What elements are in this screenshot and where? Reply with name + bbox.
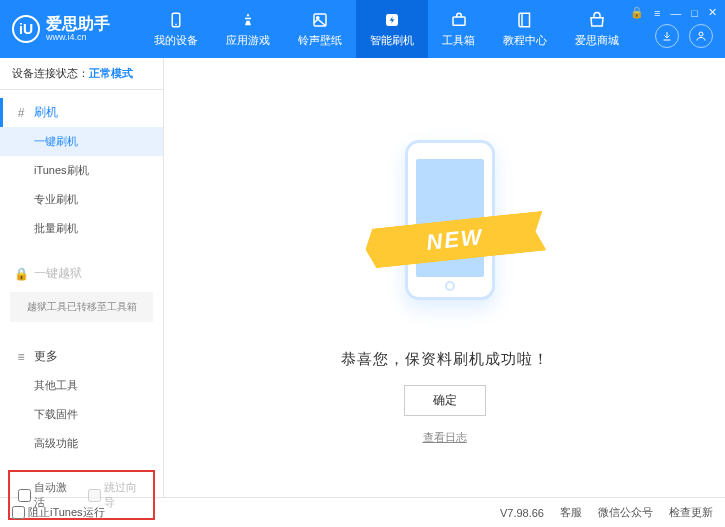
window-controls: 🔒 ≡ — □ ✕ — [630, 6, 717, 19]
main-nav: 我的设备 应用游戏 铃声壁纸 智能刷机 工具箱 教程中心 爱思商城 — [140, 0, 633, 58]
ok-button[interactable]: 确定 — [404, 385, 486, 416]
logo-icon: iU — [12, 15, 40, 43]
svg-point-7 — [699, 32, 703, 36]
device-status: 设备连接状态：正常模式 — [0, 58, 163, 90]
lock-icon: 🔒 — [14, 267, 28, 281]
user-icon[interactable] — [689, 24, 713, 48]
status-value: 正常模式 — [89, 67, 133, 79]
sidebar-flash-header[interactable]: # 刷机 — [0, 98, 163, 127]
sidebar-item-itunes[interactable]: iTunes刷机 — [0, 156, 163, 185]
app-header: iU 爱思助手 www.i4.cn 我的设备 应用游戏 铃声壁纸 智能刷机 工具… — [0, 0, 725, 58]
nav-ringtones[interactable]: 铃声壁纸 — [284, 0, 356, 58]
book-icon — [515, 10, 535, 30]
nav-tutorials[interactable]: 教程中心 — [489, 0, 561, 58]
nav-label: 智能刷机 — [370, 33, 414, 48]
nav-toolbox[interactable]: 工具箱 — [428, 0, 489, 58]
sidebar-item-other[interactable]: 其他工具 — [0, 371, 163, 400]
apps-icon — [238, 10, 258, 30]
svg-rect-5 — [453, 17, 465, 25]
nav-label: 我的设备 — [154, 33, 198, 48]
nav-flash[interactable]: 智能刷机 — [356, 0, 428, 58]
block-itunes-checkbox[interactable]: 阻止iTunes运行 — [12, 505, 105, 520]
view-log-link[interactable]: 查看日志 — [423, 430, 467, 445]
sidebar: 设备连接状态：正常模式 # 刷机 一键刷机 iTunes刷机 专业刷机 批量刷机… — [0, 58, 164, 497]
toolbox-icon — [449, 10, 469, 30]
jailbreak-note: 越狱工具已转移至工具箱 — [10, 292, 153, 322]
user-controls — [655, 24, 713, 48]
sidebar-header-label: 一键越狱 — [34, 265, 82, 282]
maximize-icon[interactable]: □ — [691, 7, 698, 19]
sidebar-item-batch[interactable]: 批量刷机 — [0, 214, 163, 243]
footer-wechat[interactable]: 微信公众号 — [598, 505, 653, 520]
sidebar-item-oneclick[interactable]: 一键刷机 — [0, 127, 163, 156]
checkbox-label: 跳过向导 — [104, 480, 146, 510]
success-message: 恭喜您，保资料刷机成功啦！ — [341, 350, 549, 369]
footer-update[interactable]: 检查更新 — [669, 505, 713, 520]
download-icon[interactable] — [655, 24, 679, 48]
nav-label: 铃声壁纸 — [298, 33, 342, 48]
nav-label: 爱思商城 — [575, 33, 619, 48]
sidebar-more-header[interactable]: ≡ 更多 — [0, 342, 163, 371]
nav-my-device[interactable]: 我的设备 — [140, 0, 212, 58]
minimize-icon[interactable]: — — [670, 7, 681, 19]
close-icon[interactable]: ✕ — [708, 6, 717, 19]
sidebar-header-label: 更多 — [34, 348, 58, 365]
checkbox-label: 阻止iTunes运行 — [28, 505, 105, 520]
nav-store[interactable]: 爱思商城 — [561, 0, 633, 58]
device-icon — [166, 10, 186, 30]
app-logo: iU 爱思助手 www.i4.cn — [12, 15, 110, 43]
version-text: V7.98.66 — [500, 507, 544, 519]
status-label: 设备连接状态： — [12, 67, 89, 79]
list-icon: ≡ — [14, 350, 28, 364]
logo-url: www.i4.cn — [46, 33, 110, 43]
sidebar-item-advanced[interactable]: 高级功能 — [0, 429, 163, 458]
nav-label: 工具箱 — [442, 33, 475, 48]
flash-icon — [382, 10, 402, 30]
nav-apps[interactable]: 应用游戏 — [212, 0, 284, 58]
lock-icon[interactable]: 🔒 — [630, 6, 644, 19]
nav-label: 教程中心 — [503, 33, 547, 48]
hash-icon: # — [14, 106, 28, 120]
success-illustration: NEW — [375, 130, 515, 330]
sidebar-item-pro[interactable]: 专业刷机 — [0, 185, 163, 214]
main-content: NEW 恭喜您，保资料刷机成功啦！ 确定 查看日志 — [164, 58, 725, 497]
sidebar-header-label: 刷机 — [34, 104, 58, 121]
store-icon — [587, 10, 607, 30]
menu-icon[interactable]: ≡ — [654, 7, 660, 19]
image-icon — [310, 10, 330, 30]
footer-support[interactable]: 客服 — [560, 505, 582, 520]
logo-title: 爱思助手 — [46, 15, 110, 33]
sidebar-item-firmware[interactable]: 下载固件 — [0, 400, 163, 429]
nav-label: 应用游戏 — [226, 33, 270, 48]
sidebar-jailbreak-header: 🔒 一键越狱 — [0, 259, 163, 288]
